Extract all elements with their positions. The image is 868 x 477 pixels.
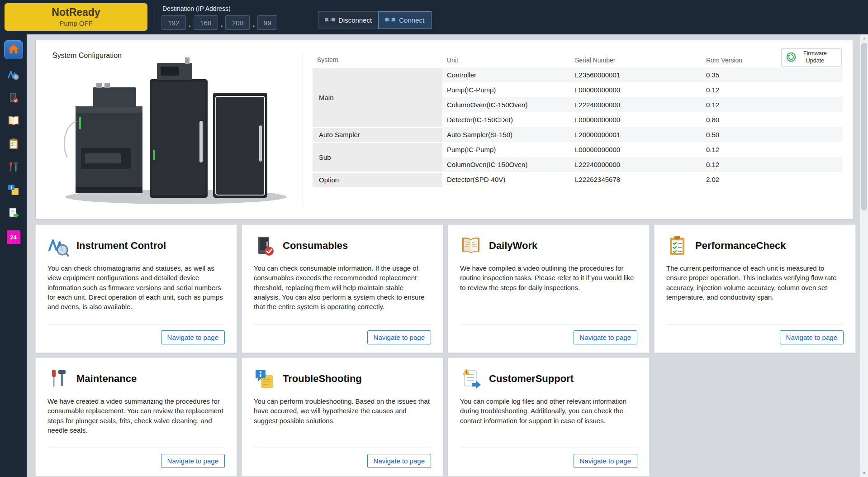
destination-label: Destination (IP Address) [162, 5, 231, 12]
table-row: Main Controller L23560000001 0.35 [313, 67, 843, 82]
sidebar-item-customersupport[interactable] [7, 207, 20, 221]
navigate-button-troubleshooting[interactable]: Navigate to page [367, 454, 431, 468]
sidebar-item-dailywork[interactable] [7, 115, 20, 129]
serial-cell: L23560000001 [570, 67, 702, 82]
system-group-sub: Sub [313, 142, 442, 172]
connect-button[interactable]: Connect [378, 11, 432, 29]
ip-octet-2[interactable]: 168 [194, 15, 218, 30]
ip-octet-3[interactable]: 200 [225, 15, 250, 30]
info-bubble-icon [8, 184, 19, 198]
sidebar-item-consumables[interactable] [7, 92, 20, 105]
card-description: We have compiled a video outlining the p… [460, 263, 637, 292]
pump-stack-unit [64, 83, 142, 193]
card-title: Maintenance [76, 373, 137, 385]
serial-cell: L00000000000 [570, 112, 702, 127]
tall-cabinet-unit [150, 57, 208, 198]
scroll-down-arrow[interactable]: ▼ [860, 469, 868, 477]
scroll-thumb[interactable] [861, 43, 867, 210]
rom-cell: 0.12 [702, 82, 778, 97]
dailywork-icon [460, 235, 482, 257]
sidebar-item-troubleshooting[interactable] [7, 184, 20, 198]
table-row: Option Detector(SPD-40V) L22262345678 2.… [313, 172, 843, 187]
rom-cell: 0.12 [702, 97, 778, 112]
navigate-button-maintenance[interactable]: Navigate to page [161, 454, 225, 468]
status-subtitle: Pump OFF [59, 19, 92, 27]
serial-cell: L00000000000 [570, 142, 702, 157]
card-title: Instrument Control [76, 240, 166, 252]
sidebar: 24 [0, 34, 27, 477]
navigate-button-dailywork[interactable]: Navigate to page [574, 330, 637, 344]
ip-octet-4[interactable]: 99 [257, 15, 277, 30]
scroll-up-arrow[interactable]: ▲ [860, 34, 868, 42]
serial-cell: L22240000000 [570, 157, 702, 172]
unit-cell: Pump(IC-Pump) [442, 82, 570, 97]
card-dailywork: DailyWork We have compiled a video outli… [448, 224, 650, 353]
table-row: Sub Pump(IC-Pump) L00000000000 0.12 [313, 142, 843, 157]
rom-cell: 0.35 [702, 67, 778, 82]
topbar: NotReady Pump OFF Destination (IP Addres… [0, 0, 868, 34]
log-export-icon [8, 207, 19, 221]
clipboard-icon [8, 138, 19, 152]
home-icon [7, 43, 20, 57]
sidebar-badge-24[interactable]: 24 [7, 230, 20, 244]
card-description: The current performance of each unit is … [666, 263, 844, 302]
card-description: We have created a video summarizing the … [47, 396, 225, 435]
firmware-update-label: Firmware Update [800, 50, 830, 64]
card-performancecheck: PerformanceCheck The current performance… [654, 224, 856, 353]
main-content: System Configuration [27, 34, 860, 477]
disconnect-button[interactable]: Disconnect [318, 11, 378, 29]
connect-plug-icon [385, 16, 395, 24]
navigate-button-consumables[interactable]: Navigate to page [367, 330, 431, 344]
scrollbar[interactable]: ▲ ▼ [860, 34, 868, 477]
connection-buttons: Disconnect Connect [318, 11, 432, 29]
rom-cell: 0.12 [702, 142, 778, 157]
system-group-auto-sampler: Auto Sampler [313, 127, 442, 142]
card-maintenance: Maintenance We have created a video summ… [35, 358, 237, 477]
tools-icon [8, 161, 19, 175]
sidebar-item-home[interactable] [4, 40, 23, 59]
ip-separator: . [189, 20, 191, 30]
ip-separator: . [221, 20, 223, 30]
system-configuration-panel: System Configuration [35, 40, 853, 219]
serial-cell: L22262345678 [570, 172, 702, 187]
card-description: You can check chromatograms and statuses… [47, 263, 225, 311]
serial-cell: L20000000001 [570, 127, 702, 142]
navigate-button-performancecheck[interactable]: Navigate to page [780, 330, 844, 344]
system-group-main: Main [313, 67, 442, 127]
maintenance-icon [47, 368, 69, 390]
navigate-button-instrument-control[interactable]: Navigate to page [161, 330, 225, 344]
instrument-control-icon [47, 235, 69, 257]
feature-cards-grid: Instrument Control You can check chromat… [35, 224, 856, 477]
system-configuration-table: System Unit Serial Number Rom Version Ma… [313, 53, 843, 187]
table-header-row: System Unit Serial Number Rom Version [313, 53, 843, 67]
table-row: Auto Sampler Auto Sampler(SI-150) L20000… [313, 127, 843, 142]
status-badge: NotReady Pump OFF [5, 3, 147, 31]
card-title: Consumables [283, 240, 348, 252]
consumables-icon [254, 235, 275, 257]
disconnect-plug-icon [325, 16, 335, 24]
ip-octet-1[interactable]: 192 [161, 15, 186, 30]
connect-label: Connect [399, 16, 424, 24]
sidebar-item-instrument-control[interactable] [7, 69, 20, 82]
column-header-system: System [313, 53, 442, 67]
consumables-icon [8, 92, 19, 105]
chromatogram-icon [7, 68, 20, 83]
status-title: NotReady [52, 7, 100, 18]
topbar-divider [153, 3, 153, 31]
firmware-update-icon [786, 52, 796, 63]
card-description: You can compile log files and other rele… [460, 396, 637, 425]
column-header-unit: Unit [442, 53, 570, 67]
sidebar-item-performancecheck[interactable] [7, 138, 20, 152]
customersupport-icon [460, 368, 482, 390]
rom-cell: 0.80 [702, 112, 778, 127]
rom-cell: 2.02 [702, 172, 778, 187]
card-title: TroubleShooting [283, 373, 362, 385]
disconnect-label: Disconnect [338, 16, 372, 24]
sidebar-item-maintenance[interactable] [7, 161, 20, 175]
ip-separator: . [252, 20, 255, 30]
navigate-button-customersupport[interactable]: Navigate to page [574, 454, 637, 468]
panel-divider [303, 52, 303, 208]
column-header-rom-version: Rom Version [702, 53, 778, 67]
firmware-update-button[interactable]: Firmware Update [781, 48, 842, 67]
column-header-serial-number: Serial Number [570, 53, 702, 67]
